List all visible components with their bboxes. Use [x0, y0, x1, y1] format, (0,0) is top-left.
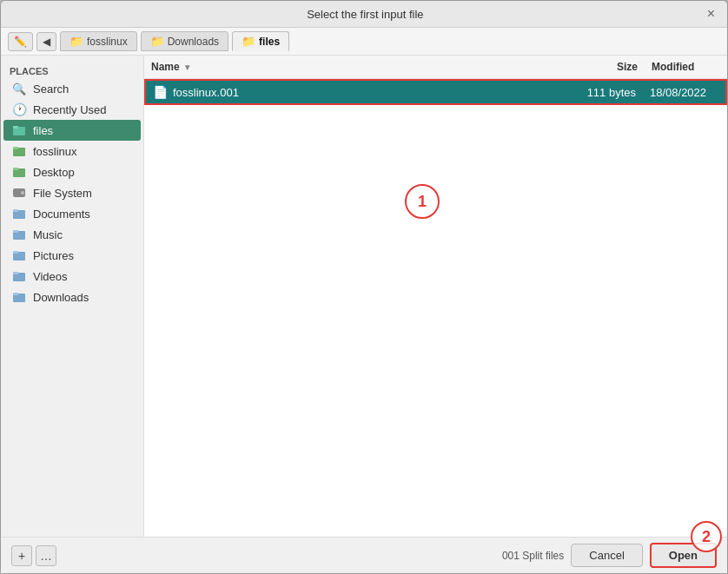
- breadcrumb-downloads[interactable]: 📁 Downloads: [141, 31, 228, 51]
- breadcrumb-files-label: files: [259, 36, 280, 48]
- sidebar-item-files-label: files: [33, 124, 53, 137]
- videos-folder-icon: [12, 269, 26, 283]
- add-place-button[interactable]: +: [11, 545, 32, 566]
- svg-rect-9: [13, 209, 18, 212]
- svg-rect-1: [13, 126, 18, 129]
- close-button[interactable]: ×: [704, 6, 718, 22]
- breadcrumb-fosslinux[interactable]: 📁 fosslinux: [60, 31, 137, 51]
- folder-green-icon: [12, 144, 26, 158]
- dialog-title: Select the first input file: [27, 8, 704, 21]
- content-area: Name ▼ Size Modified 📄 fosslinux.001: [144, 56, 727, 537]
- title-bar: Select the first input file ×: [1, 1, 727, 28]
- footer-left: + …: [11, 545, 56, 566]
- column-name[interactable]: Name ▼: [144, 59, 575, 75]
- sidebar-item-fosslinux[interactable]: fosslinux: [3, 141, 141, 162]
- breadcrumb-fosslinux-label: fosslinux: [87, 36, 128, 48]
- sidebar-item-videos[interactable]: Videos: [3, 266, 141, 287]
- file-list-body: 📄 fosslinux.001 111 bytes 18/08/2022: [144, 79, 727, 537]
- sidebar-item-documents[interactable]: Documents: [3, 203, 141, 224]
- file-name: fosslinux.001: [173, 86, 239, 99]
- places-label: Places: [1, 61, 143, 78]
- sidebar-item-desktop[interactable]: Desktop: [3, 162, 141, 182]
- sidebar-item-recently-used-label: Recently Used: [33, 103, 107, 116]
- svg-rect-5: [13, 168, 18, 170]
- svg-point-7: [21, 191, 24, 195]
- footer-right: 001 Split files Cancel Open: [502, 543, 717, 568]
- file-icon: 📄: [153, 85, 168, 99]
- documents-folder-icon: [12, 207, 26, 221]
- file-size-cell: 111 bytes: [573, 84, 643, 101]
- svg-rect-11: [13, 230, 18, 233]
- sidebar-item-fosslinux-label: fosslinux: [33, 145, 77, 158]
- svg-rect-3: [13, 147, 18, 149]
- paint-tool-button[interactable]: ✏️: [8, 32, 33, 51]
- cancel-button[interactable]: Cancel: [571, 544, 642, 567]
- svg-rect-17: [13, 293, 18, 295]
- folder-green2-icon: [12, 165, 26, 179]
- sidebar-item-downloads-label: Downloads: [33, 291, 89, 304]
- file-name-cell: 📄 fosslinux.001: [146, 83, 573, 101]
- sidebar-item-desktop-label: Desktop: [33, 166, 75, 179]
- filter-label: 001 Split files: [502, 550, 564, 562]
- paint-icon: ✏️: [14, 36, 27, 48]
- footer: + … 001 Split files Cancel Open 2: [1, 537, 727, 573]
- downloads-folder-icon: [12, 290, 26, 304]
- sidebar-item-pictures[interactable]: Pictures: [3, 245, 141, 266]
- open-button[interactable]: Open: [650, 543, 717, 568]
- back-icon: ◀: [43, 36, 50, 48]
- column-modified[interactable]: Modified: [645, 59, 727, 75]
- column-modified-label: Modified: [652, 61, 694, 73]
- breadcrumb-downloads-label: Downloads: [168, 36, 219, 48]
- clock-icon: 🕐: [12, 102, 26, 116]
- sidebar-item-filesystem-label: File System: [33, 187, 92, 200]
- remove-place-button[interactable]: …: [36, 545, 56, 566]
- sidebar-item-filesystem[interactable]: File System: [3, 182, 141, 203]
- sidebar-item-search[interactable]: 🔍 Search: [3, 78, 141, 99]
- sidebar: Places 🔍 Search 🕐 Recently Used files: [1, 56, 144, 537]
- sidebar-item-pictures-label: Pictures: [33, 249, 74, 262]
- back-button[interactable]: ◀: [36, 32, 56, 51]
- folder-teal-icon: [12, 123, 26, 137]
- main-area: Places 🔍 Search 🕐 Recently Used files: [1, 56, 727, 537]
- file-modified-cell: 18/08/2022: [643, 84, 725, 101]
- sort-icon: ▼: [183, 63, 192, 72]
- search-icon: 🔍: [12, 82, 26, 96]
- file-list-header: Name ▼ Size Modified: [144, 56, 727, 79]
- sidebar-item-downloads[interactable]: Downloads: [3, 287, 141, 307]
- breadcrumb-files[interactable]: 📁 files: [232, 31, 289, 51]
- sidebar-item-files[interactable]: files: [3, 120, 141, 141]
- column-size-label: Size: [617, 61, 638, 73]
- pictures-folder-icon: [12, 248, 26, 262]
- toolbar: ✏️ ◀ 📁 fosslinux 📁 Downloads 📁 files: [1, 28, 727, 56]
- file-dialog: Select the first input file × ✏️ ◀ 📁 fos…: [0, 0, 728, 574]
- sidebar-item-search-label: Search: [33, 82, 69, 96]
- sidebar-item-videos-label: Videos: [33, 270, 68, 283]
- sidebar-item-music-label: Music: [33, 228, 63, 241]
- folder-icon: 📁: [150, 35, 164, 48]
- folder-icon: 📁: [242, 35, 255, 48]
- column-name-label: Name: [151, 61, 180, 73]
- sidebar-item-music[interactable]: Music: [3, 224, 141, 245]
- svg-rect-15: [13, 272, 18, 274]
- sidebar-item-documents-label: Documents: [33, 208, 90, 221]
- column-size[interactable]: Size: [575, 59, 645, 75]
- drive-icon: [12, 186, 26, 200]
- svg-rect-13: [13, 251, 18, 254]
- music-folder-icon: [12, 228, 26, 241]
- folder-icon: 📁: [69, 35, 83, 48]
- table-row[interactable]: 📄 fosslinux.001 111 bytes 18/08/2022: [144, 79, 727, 105]
- sidebar-item-recently-used[interactable]: 🕐 Recently Used: [3, 99, 141, 120]
